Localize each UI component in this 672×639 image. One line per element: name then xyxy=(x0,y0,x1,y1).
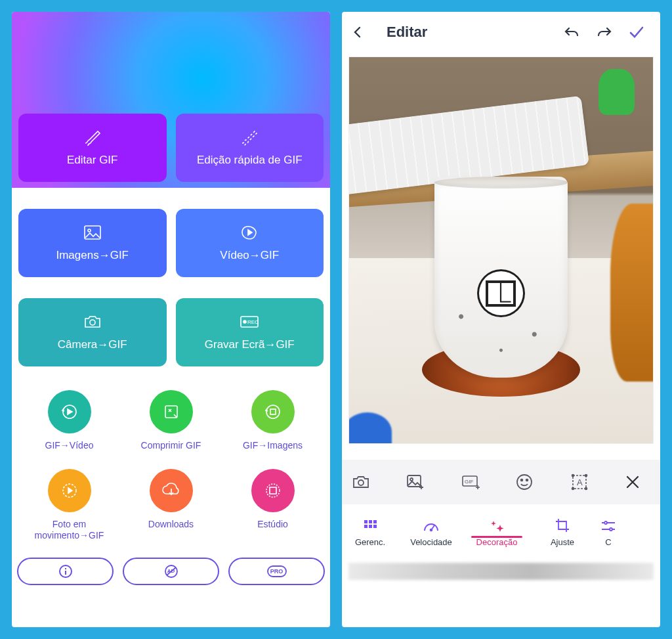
svg-point-26 xyxy=(526,479,528,481)
camera-to-gif-card[interactable]: Câmera→GIF xyxy=(18,298,167,366)
hero-banner: Editar GIF Edição rápida de GIF xyxy=(12,12,330,188)
svg-point-24 xyxy=(517,475,532,489)
reverse-play-icon xyxy=(60,402,79,422)
studio-icon xyxy=(263,481,283,500)
record-screen-label: Gravar Ecrã→GIF xyxy=(205,338,295,351)
gif-to-images-label: GIF→Imagens xyxy=(243,440,303,452)
svg-point-21 xyxy=(410,478,413,481)
svg-rect-12 xyxy=(270,487,276,494)
redo-button[interactable] xyxy=(596,26,618,39)
svg-rect-37 xyxy=(369,525,372,528)
tab-adjust-label: Ajuste xyxy=(551,537,574,547)
quick-edit-gif-label: Edição rápida de GIF xyxy=(197,154,303,167)
extract-images-icon xyxy=(263,402,283,422)
svg-rect-0 xyxy=(85,226,100,239)
tab-more-label: C xyxy=(605,537,611,547)
pro-pill-button[interactable]: PRO xyxy=(228,558,325,585)
video-to-gif-card[interactable]: Vídeo→GIF xyxy=(176,209,324,277)
svg-point-32 xyxy=(585,488,587,490)
svg-rect-35 xyxy=(373,520,377,523)
gif-to-images-button[interactable]: GIF→Imagens xyxy=(222,390,324,452)
svg-point-2 xyxy=(90,320,95,325)
add-from-camera-button[interactable] xyxy=(351,474,377,491)
play-icon xyxy=(240,224,259,241)
add-text-button[interactable]: A xyxy=(570,473,597,491)
images-to-gif-card[interactable]: Imagens→GIF xyxy=(18,209,167,277)
close-toolbar-button[interactable] xyxy=(625,474,651,490)
tab-adjust[interactable]: Ajuste xyxy=(530,518,595,547)
svg-point-1 xyxy=(88,229,91,232)
confirm-button[interactable] xyxy=(629,26,651,39)
grid-icon xyxy=(363,519,377,533)
svg-rect-20 xyxy=(408,475,421,487)
tab-decoration[interactable]: Decoração xyxy=(464,519,530,547)
sliders-icon xyxy=(602,519,615,533)
bottom-blur-bar xyxy=(348,563,654,580)
no-ads-icon: AD xyxy=(163,564,180,579)
cloud-download-icon xyxy=(161,481,182,500)
gif-to-video-label: GIF→Vídeo xyxy=(45,440,94,452)
back-button[interactable] xyxy=(351,26,373,39)
add-gif-button[interactable]: GIF xyxy=(461,474,487,491)
svg-rect-9 xyxy=(270,409,276,414)
tab-manage[interactable]: Gerenc. xyxy=(342,519,398,547)
quick-edit-gif-card[interactable]: Edição rápida de GIF xyxy=(176,114,324,182)
home-screen: Editar GIF Edição rápida de GIF xyxy=(12,12,330,627)
svg-point-40 xyxy=(430,529,432,531)
speedometer-icon xyxy=(423,519,440,533)
images-to-gif-label: Imagens→GIF xyxy=(56,249,129,262)
info-pill-button[interactable] xyxy=(17,558,114,585)
downloads-button[interactable]: Downloads xyxy=(120,469,222,542)
studio-button[interactable]: Estúdio xyxy=(222,469,324,542)
add-emoji-button[interactable] xyxy=(515,473,541,491)
editor-titlebar: Editar xyxy=(342,12,660,53)
gif-to-video-button[interactable]: GIF→Vídeo xyxy=(18,390,120,452)
editor-canvas[interactable]: ⎿ xyxy=(348,56,654,444)
tab-speed[interactable]: Velocidade xyxy=(398,519,464,547)
svg-rect-34 xyxy=(369,520,372,523)
svg-text:A: A xyxy=(577,477,583,487)
svg-point-30 xyxy=(585,475,587,477)
motion-photo-to-gif-button[interactable]: Foto em movimento→GIF xyxy=(18,469,120,542)
svg-rect-33 xyxy=(364,520,368,523)
rec-icon: REC xyxy=(238,313,261,330)
camera-to-gif-label: Câmera→GIF xyxy=(58,338,127,351)
svg-point-4 xyxy=(243,320,246,323)
tab-more[interactable]: C xyxy=(595,519,621,547)
camera-icon xyxy=(83,313,102,330)
compress-gif-label: Comprimir GIF xyxy=(141,440,201,452)
svg-text:REC: REC xyxy=(247,319,259,325)
svg-point-31 xyxy=(572,488,574,490)
remove-ads-pill-button[interactable]: AD xyxy=(123,558,219,585)
svg-point-19 xyxy=(358,480,364,485)
studio-label: Estúdio xyxy=(257,519,288,531)
info-icon xyxy=(58,564,73,579)
brush-dashed-icon xyxy=(240,129,259,146)
tab-speed-label: Velocidade xyxy=(410,537,452,547)
svg-point-25 xyxy=(521,479,523,481)
undo-button[interactable] xyxy=(563,26,585,39)
record-screen-to-gif-card[interactable]: REC Gravar Ecrã→GIF xyxy=(176,298,324,366)
motion-photo-icon xyxy=(60,481,79,500)
svg-point-29 xyxy=(572,475,574,477)
svg-text:GIF: GIF xyxy=(465,479,473,485)
tab-manage-label: Gerenc. xyxy=(355,537,385,547)
compress-gif-button[interactable]: Comprimir GIF xyxy=(120,390,222,452)
svg-rect-36 xyxy=(364,525,368,528)
cup-logo-text: ⎿ xyxy=(486,280,516,307)
svg-point-8 xyxy=(266,405,280,418)
video-to-gif-label: Vídeo→GIF xyxy=(220,249,279,262)
sparkle-icon xyxy=(489,519,505,533)
svg-point-11 xyxy=(266,484,280,497)
edit-gif-label: Editar GIF xyxy=(67,154,117,167)
editor-screen: Editar ⎿ xyxy=(342,12,660,627)
brush-icon xyxy=(83,129,102,146)
downloads-label: Downloads xyxy=(148,519,194,531)
svg-point-41 xyxy=(604,521,607,524)
decoration-toolbar: GIF A xyxy=(342,460,660,504)
editor-title: Editar xyxy=(384,24,553,41)
crop-icon xyxy=(555,518,570,533)
add-image-button[interactable] xyxy=(406,474,432,491)
tab-decoration-label: Decoração xyxy=(476,537,518,547)
edit-gif-card[interactable]: Editar GIF xyxy=(18,114,167,182)
